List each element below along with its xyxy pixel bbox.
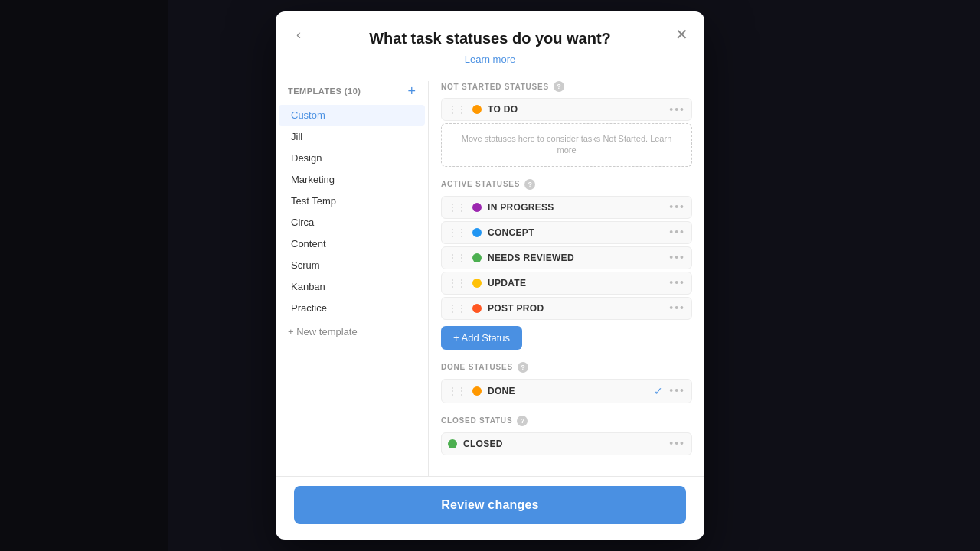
drag-handle-concept[interactable]: ⋮⋮ xyxy=(448,227,466,238)
update-more-menu[interactable]: ••• xyxy=(669,280,685,285)
closed-name: CLOSED xyxy=(463,439,663,449)
post-prod-dot xyxy=(472,304,482,313)
template-item-design[interactable]: Design xyxy=(279,148,425,168)
not-started-header: NOT STARTED STATUSES ? xyxy=(441,81,692,92)
drag-handle-todo[interactable]: ⋮⋮ xyxy=(448,104,466,115)
status-closed: CLOSED ••• xyxy=(441,432,692,455)
drag-handle-done[interactable]: ⋮⋮ xyxy=(448,386,466,396)
post-prod-name: POST PROD xyxy=(488,303,663,314)
template-item-content[interactable]: Content xyxy=(279,233,425,254)
concept-more-menu[interactable]: ••• xyxy=(669,230,685,235)
closed-dot xyxy=(448,439,457,448)
in-progress-dot xyxy=(472,203,482,212)
drag-handle-in-progress[interactable]: ⋮⋮ xyxy=(448,202,466,213)
template-item-practice[interactable]: Practice xyxy=(279,298,425,318)
drag-handle-update[interactable]: ⋮⋮ xyxy=(448,278,466,289)
done-name: DONE xyxy=(488,386,648,396)
needs-reviewed-dot xyxy=(472,253,482,262)
status-post-prod: ⋮⋮ POST PROD ••• xyxy=(441,297,692,320)
in-progress-name: IN PROGRESS xyxy=(488,202,663,213)
status-done: ⋮⋮ DONE ✓ ••• xyxy=(441,379,692,403)
active-header: ACTIVE STATUSES ? xyxy=(441,179,692,190)
template-item-test-temp[interactable]: Test Temp xyxy=(279,191,425,211)
active-section: ACTIVE STATUSES ? ⋮⋮ IN PROGRESS ••• ⋮⋮ … xyxy=(441,179,692,350)
status-needs-reviewed: ⋮⋮ NEEDS REVIEWED ••• xyxy=(441,246,692,269)
add-status-button[interactable]: + Add Status xyxy=(441,326,522,350)
template-item-marketing[interactable]: Marketing xyxy=(279,169,425,190)
status-in-progress: ⋮⋮ IN PROGRESS ••• xyxy=(441,196,692,219)
not-started-section: NOT STARTED STATUSES ? ⋮⋮ TO DO ••• Move… xyxy=(441,81,692,167)
closed-help-icon[interactable]: ? xyxy=(517,416,528,426)
closed-header: CLOSED STATUS ? xyxy=(441,416,692,426)
done-label: DONE STATUSES xyxy=(441,363,513,371)
active-label: ACTIVE STATUSES xyxy=(441,180,520,188)
review-changes-button[interactable]: Review changes xyxy=(294,486,686,524)
templates-panel: TEMPLATES (10) + Custom Jill Design Mark… xyxy=(276,81,429,476)
status-todo: ⋮⋮ TO DO ••• xyxy=(441,98,692,121)
done-help-icon[interactable]: ? xyxy=(518,362,528,373)
closed-more-menu[interactable]: ••• xyxy=(669,441,685,446)
templates-label: TEMPLATES (10) xyxy=(288,86,361,96)
modal-body: TEMPLATES (10) + Custom Jill Design Mark… xyxy=(276,72,704,476)
status-update: ⋮⋮ UPDATE ••• xyxy=(441,272,692,295)
drag-handle-post-prod[interactable]: ⋮⋮ xyxy=(448,303,466,314)
todo-more-menu[interactable]: ••• xyxy=(669,107,685,112)
drag-handle-needs-reviewed[interactable]: ⋮⋮ xyxy=(448,253,466,263)
done-check-icon: ✓ xyxy=(654,385,663,397)
not-started-help-icon[interactable]: ? xyxy=(554,81,564,92)
done-header: DONE STATUSES ? xyxy=(441,362,692,373)
todo-dot xyxy=(472,105,482,114)
done-dot xyxy=(472,386,482,396)
new-template-link[interactable]: + New template xyxy=(276,321,428,342)
back-button[interactable]: ‹ xyxy=(288,24,309,45)
template-item-kanban[interactable]: Kanban xyxy=(279,276,425,297)
todo-name: TO DO xyxy=(488,104,663,115)
modal-header: ‹ What task statuses do you want? Learn … xyxy=(276,11,704,72)
template-item-jill[interactable]: Jill xyxy=(279,126,425,147)
not-started-label: NOT STARTED STATUSES xyxy=(441,83,549,91)
add-template-icon[interactable]: + xyxy=(407,84,416,98)
closed-label: CLOSED STATUS xyxy=(441,416,512,425)
statuses-panel: NOT STARTED STATUSES ? ⋮⋮ TO DO ••• Move… xyxy=(429,81,704,476)
concept-name: CONCEPT xyxy=(488,227,663,238)
post-prod-more-menu[interactable]: ••• xyxy=(669,305,685,311)
modal-footer: Review changes xyxy=(276,476,704,540)
not-started-drop-zone: Move statuses here to consider tasks Not… xyxy=(441,123,692,167)
template-item-scrum[interactable]: Scrum xyxy=(279,255,425,276)
template-item-custom[interactable]: Custom xyxy=(279,105,425,126)
modal-title: What task statuses do you want? xyxy=(294,30,686,47)
concept-dot xyxy=(472,228,482,237)
needs-reviewed-more-menu[interactable]: ••• xyxy=(669,255,685,260)
status-concept: ⋮⋮ CONCEPT ••• xyxy=(441,221,692,244)
done-more-menu[interactable]: ••• xyxy=(669,388,685,393)
active-help-icon[interactable]: ? xyxy=(524,179,535,190)
template-item-circa[interactable]: Circa xyxy=(279,212,425,233)
update-dot xyxy=(472,279,482,288)
closed-section: CLOSED STATUS ? CLOSED ••• xyxy=(441,416,692,455)
update-name: UPDATE xyxy=(488,278,663,289)
close-button[interactable]: ✕ xyxy=(671,24,692,45)
learn-more-link[interactable]: Learn more xyxy=(465,54,515,65)
templates-header: TEMPLATES (10) + xyxy=(276,81,428,104)
modal-backdrop: ‹ What task statuses do you want? Learn … xyxy=(0,0,980,551)
needs-reviewed-name: NEEDS REVIEWED xyxy=(488,253,663,263)
done-section: DONE STATUSES ? ⋮⋮ DONE ✓ ••• xyxy=(441,362,692,403)
task-statuses-modal: ‹ What task statuses do you want? Learn … xyxy=(276,11,704,540)
in-progress-more-menu[interactable]: ••• xyxy=(669,204,685,210)
